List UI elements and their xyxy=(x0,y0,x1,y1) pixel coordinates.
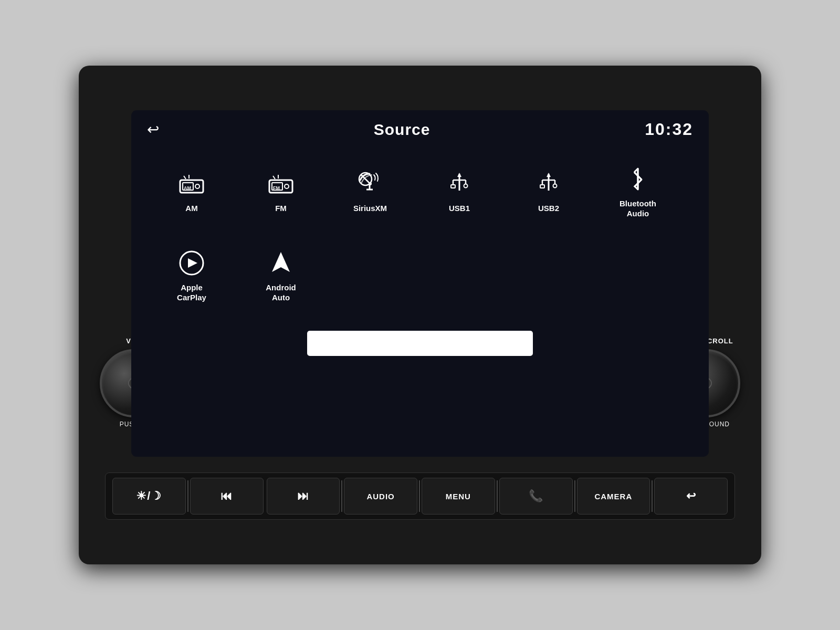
svg-marker-33 xyxy=(272,252,290,272)
divider-5 xyxy=(574,480,575,512)
prev-track-button[interactable]: ⏮ xyxy=(190,478,264,514)
menu-button[interactable]: MENU xyxy=(422,478,495,514)
source-grid: AM AM FM FM xyxy=(131,144,709,323)
fm-icon: FM xyxy=(267,170,295,198)
phone-button[interactable]: 📞 xyxy=(499,478,573,514)
back-bar-icon: ↩ xyxy=(686,489,696,503)
svg-point-8 xyxy=(285,184,289,188)
infotainment-screen: ↩ Source 10:32 AM AM xyxy=(131,110,709,457)
bluetooth-icon xyxy=(624,165,652,193)
camera-button[interactable]: CAMERA xyxy=(577,478,650,514)
screen-header: ↩ Source 10:32 xyxy=(131,110,709,144)
source-usb1[interactable]: USB1 xyxy=(415,150,504,234)
android-auto-icon xyxy=(267,249,295,277)
svg-point-28 xyxy=(553,184,557,188)
phone-icon: 📞 xyxy=(529,489,543,503)
android-auto-label: Android Auto xyxy=(266,282,296,303)
svg-marker-29 xyxy=(547,173,551,177)
svg-rect-27 xyxy=(540,185,544,188)
svg-marker-22 xyxy=(457,173,461,177)
siriusxm-label: SiriusXM xyxy=(353,203,387,214)
menu-label: MENU xyxy=(446,492,471,501)
divider-1 xyxy=(187,480,188,512)
fm-label: FM xyxy=(275,203,287,214)
screen-title: Source xyxy=(374,121,430,139)
usb1-icon xyxy=(445,170,474,198)
source-bluetooth[interactable]: Bluetooth Audio xyxy=(593,150,682,234)
audio-label: AUDIO xyxy=(366,492,394,501)
source-am[interactable]: AM AM xyxy=(147,150,236,234)
highlight-bar xyxy=(307,331,533,356)
source-siriusxm[interactable]: SiriusXM xyxy=(326,150,415,234)
usb2-icon xyxy=(534,170,563,198)
svg-line-10 xyxy=(273,176,275,179)
carplay-icon xyxy=(177,249,206,277)
usb1-label: USB1 xyxy=(449,203,470,214)
svg-rect-20 xyxy=(451,185,455,188)
bluetooth-label: Bluetooth Audio xyxy=(620,198,656,219)
next-icon: ⏭ xyxy=(297,489,309,503)
divider-3 xyxy=(419,480,420,512)
display-icon: ☀/☽ xyxy=(136,489,162,503)
back-bar-button[interactable]: ↩ xyxy=(654,478,728,514)
svg-text:FM: FM xyxy=(273,185,280,191)
am-icon: AM xyxy=(177,170,206,198)
svg-point-21 xyxy=(464,184,468,188)
camera-label: CAMERA xyxy=(594,492,632,501)
source-usb2[interactable]: USB2 xyxy=(504,150,593,234)
svg-marker-32 xyxy=(188,258,197,268)
divider-2 xyxy=(341,480,342,512)
back-button[interactable]: ↩ xyxy=(147,121,159,138)
siriusxm-icon xyxy=(356,170,384,198)
divider-6 xyxy=(652,480,653,512)
divider-4 xyxy=(497,480,498,512)
audio-button[interactable]: AUDIO xyxy=(344,478,417,514)
source-fm[interactable]: FM FM xyxy=(236,150,326,234)
clock-display: 10:32 xyxy=(645,120,693,139)
am-label: AM xyxy=(185,203,197,214)
next-track-button[interactable]: ⏭ xyxy=(267,478,340,514)
svg-line-4 xyxy=(184,176,186,179)
prev-icon: ⏮ xyxy=(220,489,233,503)
button-bar: ☀/☽ ⏮ ⏭ AUDIO MENU 📞 CAMERA ↩ xyxy=(105,472,735,520)
usb2-label: USB2 xyxy=(538,203,559,214)
source-android-auto[interactable]: Android Auto xyxy=(236,234,326,318)
head-unit: VOL PUSH ⏻ TUNE·SCROLL PUSH SOUND ↩ Sour… xyxy=(79,66,761,564)
svg-text:AM: AM xyxy=(184,185,191,191)
source-apple-carplay[interactable]: Apple CarPlay xyxy=(147,234,236,318)
display-button[interactable]: ☀/☽ xyxy=(112,478,186,514)
apple-carplay-label: Apple CarPlay xyxy=(177,282,206,303)
svg-point-2 xyxy=(195,184,200,188)
